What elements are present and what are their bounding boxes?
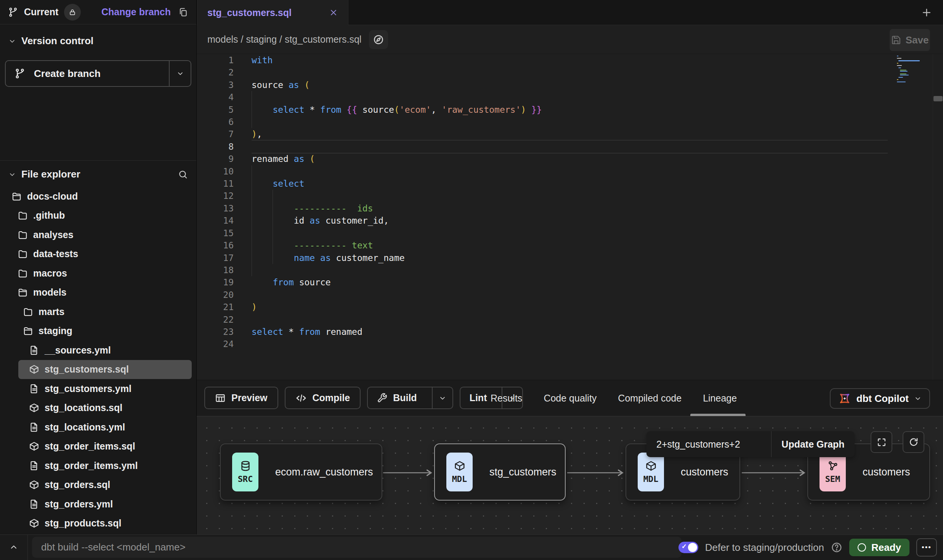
tree-item-label: analyses [33, 229, 74, 240]
tree-item-label: stg_order_items.yml [45, 460, 138, 471]
tree-item-stg_orders.sql[interactable]: stg_orders.sql [0, 475, 196, 495]
tree-item-.github[interactable]: .github [0, 206, 196, 226]
cube-icon [29, 403, 39, 413]
line-number-4: 4 [197, 91, 234, 103]
search-icon[interactable] [178, 170, 188, 179]
line-number-18: 18 [197, 264, 234, 276]
folder-icon [18, 210, 28, 221]
dbt-copilot-icon [838, 392, 851, 405]
build-dropdown[interactable] [432, 387, 452, 408]
check-icon: ✓ [682, 542, 687, 550]
close-icon[interactable] [329, 8, 338, 17]
lineage-selector-input[interactable]: 2+stg_customers+2 [646, 431, 771, 457]
tree-item-staging[interactable]: staging [0, 322, 196, 341]
file-tree: docs-cloud.githubanalysesdata-testsmacro… [0, 187, 196, 533]
build-button[interactable]: Build [368, 387, 426, 408]
node-badge-sem: SEM [820, 453, 846, 491]
new-tab-button[interactable] [921, 7, 932, 18]
chevron-down-icon [8, 171, 16, 178]
code-line-5: select * from {{ source('ecom', 'raw_cus… [252, 104, 542, 116]
command-input[interactable]: dbt build --select <model_name> [32, 537, 682, 558]
collapse-panel-button[interactable] [9, 542, 18, 552]
tree-item-analyses[interactable]: analyses [0, 225, 196, 245]
tree-item-models[interactable]: models [0, 283, 196, 302]
code-icon [295, 392, 307, 404]
tree-item-marts[interactable]: marts [0, 302, 196, 322]
line-number-20: 20 [197, 289, 234, 301]
line-number-19: 19 [197, 276, 234, 288]
defer-toggle[interactable]: ✓ [678, 542, 698, 553]
create-branch-dropdown[interactable] [169, 61, 191, 86]
code-line-21: ) [252, 301, 542, 313]
tree-item-stg_locations.yml[interactable]: stg_locations.yml [0, 418, 196, 437]
line-number-5: 5 [197, 104, 234, 116]
tree-item-macros[interactable]: macros [0, 264, 196, 283]
tree-item-label: __sources.yml [45, 345, 111, 356]
minimap-line [900, 70, 906, 70]
tab-stg-customers-sql[interactable]: stg_customers.sql [197, 0, 348, 25]
code-line-7: ), [252, 128, 542, 140]
editor-tab-bar: stg_customers.sql [197, 0, 943, 25]
compile-button[interactable]: Compile [285, 387, 361, 409]
help-icon[interactable] [831, 542, 842, 553]
tree-item-docs-cloud[interactable]: docs-cloud [0, 187, 196, 206]
tree-item-stg_customers.sql[interactable]: stg_customers.sql [18, 360, 192, 379]
line-number-15: 15 [197, 227, 234, 239]
refresh-button[interactable] [903, 431, 924, 453]
preview-button[interactable]: Preview [204, 387, 278, 409]
line-number-22: 22 [197, 314, 234, 326]
folder-icon [18, 268, 28, 278]
code-content: with source as ( select * from {{ source… [252, 54, 542, 350]
fullscreen-button[interactable] [871, 431, 892, 453]
ready-status-button[interactable]: Ready [849, 539, 909, 556]
code-line-2 [252, 66, 542, 78]
tree-item-label: stg_order_items.sql [45, 441, 135, 452]
file-icon [29, 422, 39, 432]
toggle-knob [688, 543, 697, 552]
tree-item-data-tests[interactable]: data-tests [0, 245, 196, 264]
code-line-19: from source [252, 276, 542, 288]
minimap-line [898, 77, 903, 78]
dbt-cloud-ide: Current Change branch Version control Cr… [0, 0, 943, 560]
update-graph-button[interactable]: Update Graph [771, 431, 855, 457]
create-branch-button[interactable]: Create branch [6, 61, 169, 86]
line-number-17: 17 [197, 252, 234, 264]
cube-icon [29, 441, 39, 451]
code-editor[interactable]: 123456789101112131415161718192021222324 … [197, 54, 943, 380]
tree-item-label: .github [33, 210, 65, 221]
ellipsis-icon: ••• [922, 543, 932, 552]
code-line-14: id as customer_id, [252, 214, 542, 227]
lineage-node-src-ecom.raw_customers[interactable]: SRCecom.raw_customers [220, 443, 382, 501]
folder-open-icon [18, 287, 28, 298]
tree-item-stg_products.sql[interactable]: stg_products.sql [0, 514, 196, 533]
change-branch-link[interactable]: Change branch [101, 6, 171, 18]
file-explorer-section: File explorer [0, 160, 196, 180]
results-tab-compiled-code[interactable]: Compiled code [618, 393, 682, 404]
code-line-23: select * from renamed [252, 326, 542, 338]
copy-icon[interactable] [178, 7, 188, 17]
refresh-icon [908, 437, 919, 448]
lineage-node-mdl-stg_customers[interactable]: MDLstg_customers [434, 443, 566, 501]
dbt-copilot-button[interactable]: dbt Copilot [830, 388, 930, 409]
file-explorer-header[interactable]: File explorer [0, 161, 196, 180]
folder-open-icon [11, 191, 22, 202]
tree-item-stg_customers.yml[interactable]: stg_customers.yml [0, 379, 196, 398]
copilot-compass-button[interactable] [369, 30, 388, 49]
cube-icon [454, 460, 465, 472]
results-tab-lineage[interactable]: Lineage [703, 393, 737, 404]
tree-item-stg_orders.yml[interactable]: stg_orders.yml [0, 494, 196, 514]
scrollbar-track [933, 54, 933, 380]
more-options-button[interactable]: ••• [916, 538, 937, 557]
defer-label: Defer to staging/production [705, 542, 824, 554]
save-button[interactable]: Save [890, 29, 930, 51]
results-tab-results[interactable]: Results [491, 393, 522, 404]
tree-item-stg_order_items.yml[interactable]: stg_order_items.yml [0, 456, 196, 475]
tree-item-stg_locations.sql[interactable]: stg_locations.sql [0, 398, 196, 418]
save-icon [891, 35, 901, 45]
results-tab-code-quality[interactable]: Code quality [544, 393, 597, 404]
tree-item-stg_order_items.sql[interactable]: stg_order_items.sql [0, 437, 196, 456]
scrollbar-thumb[interactable] [933, 96, 943, 101]
tree-item-__sources.yml[interactable]: __sources.yml [0, 341, 196, 360]
code-line-24 [252, 338, 542, 350]
version-control-header[interactable]: Version control [0, 35, 196, 47]
